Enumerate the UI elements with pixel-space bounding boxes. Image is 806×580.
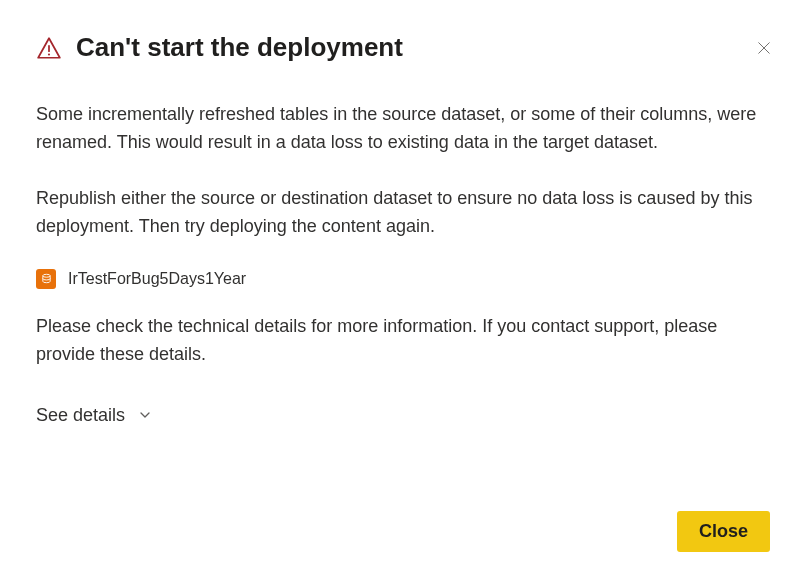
message-paragraph-1: Some incrementally refreshed tables in t… — [36, 101, 770, 157]
see-details-label: See details — [36, 405, 125, 426]
dataset-name: IrTestForBug5Days1Year — [68, 270, 246, 288]
dialog-header: Can't start the deployment — [36, 32, 770, 63]
dialog-title: Can't start the deployment — [76, 32, 403, 63]
x-icon — [757, 41, 771, 55]
error-dialog: Can't start the deployment Some incremen… — [0, 0, 806, 580]
close-button[interactable]: Close — [677, 511, 770, 552]
dataset-icon — [36, 269, 56, 289]
svg-point-2 — [42, 275, 49, 278]
see-details-toggle[interactable]: See details — [36, 405, 151, 426]
svg-point-1 — [48, 53, 50, 55]
dialog-footer: Close — [36, 511, 770, 552]
dataset-item: IrTestForBug5Days1Year — [36, 269, 770, 289]
message-paragraph-2: Republish either the source or destinati… — [36, 185, 770, 241]
dialog-body: Some incrementally refreshed tables in t… — [36, 101, 770, 511]
close-icon[interactable] — [752, 36, 776, 60]
message-paragraph-3: Please check the technical details for m… — [36, 313, 770, 369]
warning-icon — [36, 35, 62, 61]
chevron-down-icon — [139, 409, 151, 421]
